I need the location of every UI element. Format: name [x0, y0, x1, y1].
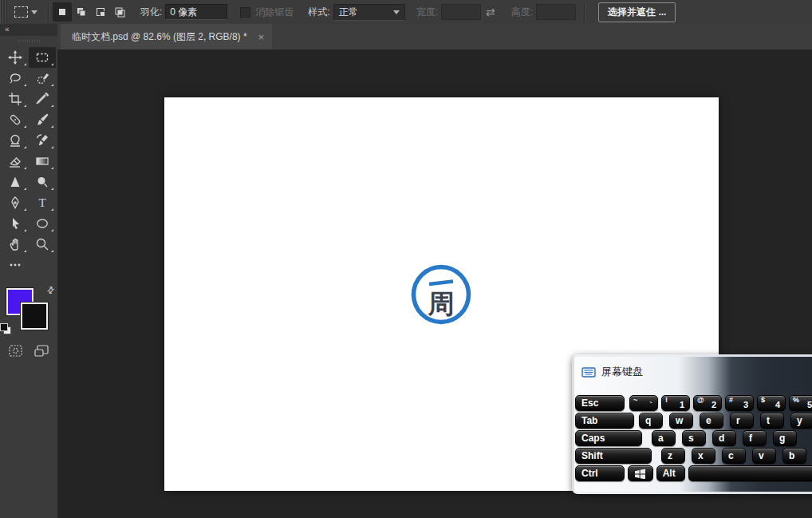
key-Tab[interactable]: Tab	[575, 413, 634, 429]
clone-stamp-icon	[8, 133, 22, 148]
tool-zoom[interactable]	[29, 234, 56, 255]
on-screen-keyboard[interactable]: 屏幕键盘 Esc~`!1@2#3$4%5TabqwertyCapsasdfgSh…	[572, 354, 812, 494]
key-t[interactable]: t	[760, 413, 784, 429]
key-w[interactable]: w	[669, 413, 693, 429]
swap-dimensions-icon[interactable]: ⇄	[486, 6, 495, 18]
separator	[48, 3, 49, 21]
key-windows[interactable]	[628, 465, 653, 481]
brush-icon	[35, 113, 49, 127]
select-and-mask-button[interactable]: 选择并遮住 ...	[598, 2, 676, 22]
logo-top-stroke	[429, 282, 453, 285]
style-dropdown[interactable]: 正常	[333, 4, 405, 21]
key-a[interactable]: a	[652, 430, 676, 446]
intersect-selection-icon	[113, 6, 126, 18]
add-selection-icon	[75, 6, 88, 18]
key-5[interactable]: %5	[789, 395, 812, 411]
subtract-from-selection-button[interactable]	[91, 2, 110, 22]
intersect-selection-button[interactable]	[110, 2, 129, 22]
crop-icon	[8, 92, 22, 106]
osk-rows: Esc~`!1@2#3$4%5TabqwertyCapsasdfgShiftzx…	[574, 382, 812, 481]
key-g[interactable]: g	[773, 430, 797, 446]
key-Esc[interactable]: Esc	[575, 395, 625, 411]
key-v[interactable]: v	[752, 448, 776, 464]
marquee-preset-icon	[14, 6, 28, 18]
tool-clone-stamp[interactable]	[2, 130, 29, 151]
key-1[interactable]: !1	[661, 395, 690, 411]
key-d[interactable]: d	[712, 430, 736, 446]
tool-crop[interactable]	[2, 89, 29, 109]
add-to-selection-button[interactable]	[72, 2, 91, 22]
feather-label: 羽化:	[140, 6, 162, 19]
style-label: 样式:	[308, 6, 329, 19]
lasso-icon	[8, 71, 22, 85]
tool-history-brush[interactable]	[29, 130, 56, 151]
panel-grip[interactable]	[18, 40, 40, 42]
tool-lasso[interactable]	[2, 68, 29, 89]
collapse-panel-button[interactable]: «	[0, 24, 57, 36]
chevron-down-icon	[31, 10, 37, 14]
key-3[interactable]: #3	[725, 395, 754, 411]
tool-edit-toolbar[interactable]	[2, 255, 29, 275]
key-b[interactable]: b	[782, 448, 806, 464]
quick-mask-button[interactable]	[8, 344, 24, 361]
new-selection-button[interactable]	[53, 2, 72, 22]
key-Caps[interactable]: Caps	[575, 430, 642, 446]
width-input[interactable]	[441, 4, 481, 20]
width-label: 宽度:	[416, 6, 438, 19]
key-Ctrl[interactable]: Ctrl	[575, 465, 625, 481]
tool-spot-healing[interactable]	[2, 109, 29, 130]
path-selection-icon	[8, 216, 22, 231]
key-`[interactable]: ~`	[629, 395, 658, 411]
background-color-swatch[interactable]	[21, 302, 48, 330]
key-x[interactable]: x	[692, 448, 715, 464]
document-tab[interactable]: 临时文档.psd @ 82.6% (图层 2, RGB/8) * ×	[61, 24, 272, 49]
svg-text:T: T	[38, 196, 45, 209]
default-colors-icon[interactable]	[0, 323, 11, 334]
antialias-checkbox[interactable]	[240, 7, 250, 18]
screen-mode-button[interactable]	[34, 344, 49, 361]
key-y[interactable]: y	[790, 413, 812, 429]
tool-quick-selection[interactable]	[29, 68, 56, 89]
key-r[interactable]: r	[730, 413, 754, 429]
tool-rectangular-marquee[interactable]	[29, 47, 56, 68]
tool-hand[interactable]	[2, 234, 29, 255]
key-e[interactable]: e	[700, 413, 723, 429]
tool-path-selection[interactable]	[2, 213, 29, 234]
tool-sharpen[interactable]	[2, 172, 29, 192]
tool-pen[interactable]	[2, 192, 29, 213]
tool-eyedropper[interactable]	[29, 89, 56, 109]
tool-move[interactable]	[2, 47, 29, 68]
tool-brush[interactable]	[29, 109, 56, 130]
photoshop-window: 羽化: 消除锯齿 样式: 正常 宽度: ⇄ 高度: 选择并遮住 ... 临时文档…	[0, 0, 812, 518]
key-z[interactable]: z	[661, 448, 685, 464]
key-Shift[interactable]: Shift	[575, 448, 652, 464]
tool-ellipse-shape[interactable]	[29, 213, 56, 234]
swap-colors-icon[interactable]: ⇄	[45, 284, 57, 297]
key-s[interactable]: s	[682, 430, 706, 446]
key-q[interactable]: q	[639, 413, 663, 429]
key-f[interactable]: f	[743, 430, 767, 446]
rectangular-marquee-icon	[35, 50, 49, 65]
tool-gradient[interactable]	[29, 151, 56, 172]
tool-grid: T	[0, 47, 57, 275]
tool-type[interactable]: T	[29, 192, 56, 213]
ellipse-icon	[35, 216, 49, 231]
eyedropper-icon	[35, 92, 49, 106]
quick-selection-icon	[35, 71, 49, 85]
options-bar-grip[interactable]	[0, 0, 7, 24]
key-c[interactable]: c	[722, 448, 746, 464]
tool-dodge[interactable]	[29, 172, 56, 192]
tool-preset-picker[interactable]	[7, 0, 45, 24]
tool-eraser[interactable]	[2, 151, 29, 172]
document-title: 临时文档.psd @ 82.6% (图层 2, RGB/8) *	[72, 30, 247, 44]
subtract-selection-icon	[94, 6, 107, 18]
height-input[interactable]	[536, 4, 576, 20]
key-Alt[interactable]: Alt	[656, 465, 685, 481]
ellipsis-icon	[8, 258, 22, 272]
key-2[interactable]: @2	[693, 395, 722, 411]
key-space[interactable]	[688, 465, 812, 481]
osk-title-bar[interactable]: 屏幕键盘	[574, 357, 812, 382]
feather-input[interactable]	[165, 4, 227, 20]
close-icon[interactable]: ×	[258, 32, 265, 42]
key-4[interactable]: $4	[757, 395, 786, 411]
